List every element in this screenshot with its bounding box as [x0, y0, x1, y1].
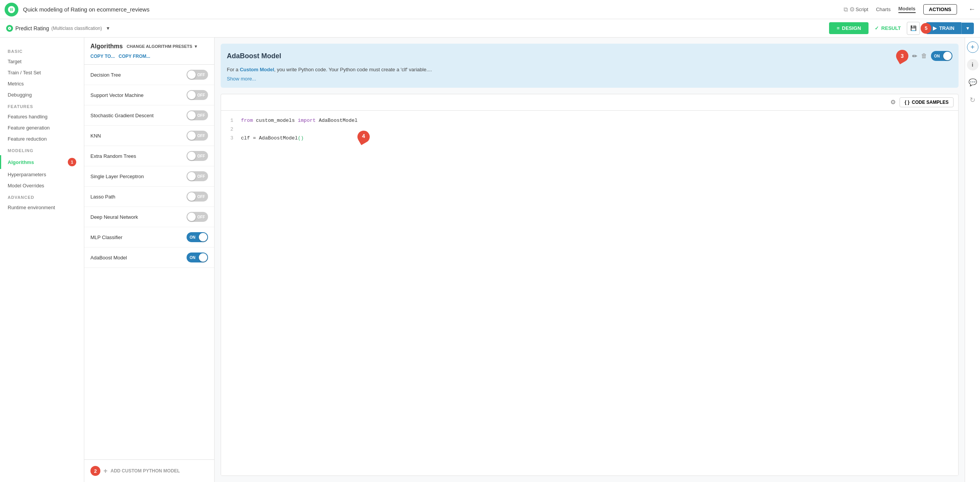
model-card: AdaBoost Model 3 ✏ 🗑 ON For a [221, 44, 959, 88]
line-number: 2 [227, 125, 233, 134]
delete-model-button[interactable]: 🗑 [921, 52, 927, 59]
sidebar-item-metrics[interactable]: Metrics [0, 78, 84, 89]
train-play-icon: ▶ [933, 25, 937, 31]
edit-model-button[interactable]: ✏ [912, 52, 917, 60]
sidebar: BASIC Target Train / Test Set Metrics De… [0, 38, 84, 482]
code-line-1: 1 from custom_models import AdaBoostMode… [227, 116, 952, 125]
toggle-adaboost[interactable]: ON [187, 252, 208, 262]
header-nav: Script Charts Models ACTIONS ← [855, 4, 975, 15]
toggle-dnn[interactable]: OFF [187, 212, 208, 222]
model-card-actions: 3 ✏ 🗑 ON [896, 50, 952, 62]
algorithms-panel: Algorithms CHANGE ALGORITHM PRESETS ▼ CO… [84, 38, 215, 482]
add-custom-label: ADD CUSTOM PYTHON MODEL [111, 468, 180, 474]
classification-badge: (Multiclass classification) [51, 26, 102, 31]
save-button[interactable]: 💾 [907, 22, 920, 35]
badge-2: 2 [90, 466, 100, 476]
algorithm-row-svm: Support Vector Machine OFF [84, 85, 214, 105]
sidebar-item-feature-generation[interactable]: Feature generation [0, 122, 84, 133]
copy-from-button[interactable]: COPY FROM... [119, 54, 150, 59]
toggle-svm[interactable]: OFF [187, 90, 208, 100]
braces-icon: { } [905, 100, 910, 105]
predict-icon [6, 25, 13, 32]
settings-icon[interactable]: ⚙ [849, 5, 855, 14]
sidebar-item-debugging[interactable]: Debugging [0, 89, 84, 100]
algorithm-name: Stochastic Gradient Descent [90, 113, 154, 118]
train-button-group: ▶ TRAIN ▼ [926, 22, 974, 34]
add-custom-python-model-row[interactable]: 2 + ADD CUSTOM PYTHON MODEL [84, 459, 214, 482]
show-more-link[interactable]: Show more... [227, 76, 952, 82]
custom-model-link[interactable]: Custom Model [240, 67, 274, 72]
top-header: Quick modeling of Rating on ecommerce_re… [0, 0, 980, 19]
predict-label: Predict Rating (Multiclass classificatio… [6, 25, 110, 32]
algorithm-name: Decision Tree [90, 72, 121, 78]
algorithm-row-lasso: Lasso Path OFF [84, 187, 214, 207]
result-button[interactable]: ✓ RESULT [875, 25, 901, 31]
code-editor: ⚙ { } CODE SAMPLES 1 from custom_models … [221, 94, 959, 476]
train-dropdown-button[interactable]: ▼ [961, 23, 974, 34]
sync-button[interactable]: ↻ [968, 94, 977, 106]
design-icon: ≡ [837, 25, 840, 31]
algorithm-row-decision-tree: Decision Tree OFF [84, 65, 214, 85]
algorithms-list: Decision Tree OFF Support Vector Machine… [84, 65, 214, 459]
chat-button[interactable]: 💬 [967, 77, 978, 88]
logo-icon[interactable] [5, 3, 18, 16]
add-button[interactable]: + [967, 41, 978, 53]
section-title-modeling: MODELING [0, 144, 84, 155]
copy-to-button[interactable]: COPY TO... [90, 54, 115, 59]
toggle-knn[interactable]: OFF [187, 131, 208, 141]
content-area: Algorithms CHANGE ALGORITHM PRESETS ▼ CO… [84, 38, 980, 482]
algorithm-name: MLP Classifier [90, 234, 123, 240]
algorithm-name: Lasso Path [90, 194, 115, 200]
sidebar-item-model-overrides[interactable]: Model Overrides [0, 180, 84, 191]
sidebar-item-target[interactable]: Target [0, 56, 84, 67]
sidebar-section-basic: BASIC Target Train / Test Set Metrics De… [0, 45, 84, 100]
toggle-ert[interactable]: OFF [187, 151, 208, 161]
sidebar-item-train-test[interactable]: Train / Test Set [0, 67, 84, 78]
section-title-features: FEATURES [0, 100, 84, 111]
model-toggle[interactable]: ON [931, 51, 952, 61]
nav-charts[interactable]: Charts [876, 7, 890, 12]
model-toggle-label: ON [934, 54, 940, 58]
model-card-header: AdaBoost Model 3 ✏ 🗑 ON [227, 50, 952, 62]
toggle-slp[interactable]: OFF [187, 171, 208, 181]
code-area: 1 from custom_models import AdaBoostMode… [221, 111, 958, 476]
toggle-lasso[interactable]: OFF [187, 192, 208, 202]
code-samples-button[interactable]: { } CODE SAMPLES [900, 97, 954, 107]
code-content [241, 125, 244, 134]
predict-text: Predict Rating [15, 25, 49, 31]
algorithm-name: Deep Neural Network [90, 214, 138, 220]
plus-icon: + [103, 467, 108, 475]
code-settings-button[interactable]: ⚙ [890, 98, 896, 106]
badge-3: 3 [894, 48, 911, 64]
change-presets-button[interactable]: CHANGE ALGORITHM PRESETS ▼ [126, 44, 198, 49]
nav-script[interactable]: Script [855, 7, 868, 12]
sidebar-section-features: FEATURES Features handling Feature gener… [0, 100, 84, 144]
algorithm-row-slp: Single Layer Perceptron OFF [84, 166, 214, 187]
algorithms-header: Algorithms CHANGE ALGORITHM PRESETS ▼ CO… [84, 38, 214, 65]
algorithm-row-knn: KNN OFF [84, 126, 214, 146]
sidebar-item-algorithms[interactable]: Algorithms1 [0, 155, 84, 169]
algorithm-name: Support Vector Machine [90, 92, 144, 98]
nav-models[interactable]: Models [898, 6, 916, 13]
sidebar-item-feature-reduction[interactable]: Feature reduction [0, 133, 84, 144]
line-number: 3 [227, 134, 233, 143]
actions-button[interactable]: ACTIONS [923, 4, 957, 15]
code-line-3: 3 clf = AdaBoostModel() 4 [227, 134, 952, 143]
sub-header: Predict Rating (Multiclass classificatio… [0, 19, 980, 38]
toggle-mlp[interactable]: ON [187, 232, 208, 242]
toggle-decision-tree[interactable]: OFF [187, 70, 208, 80]
algorithm-row-dnn: Deep Neural Network OFF [84, 207, 214, 227]
info-button[interactable]: i [967, 59, 978, 70]
sidebar-item-runtime[interactable]: Runtime environment [0, 202, 84, 213]
code-editor-toolbar: ⚙ { } CODE SAMPLES [221, 94, 958, 111]
copy-icon[interactable]: ⧉ [843, 5, 849, 14]
back-button[interactable]: ← [969, 5, 975, 13]
sidebar-item-features-handling[interactable]: Features handling [0, 111, 84, 122]
toggle-sgd[interactable]: OFF [187, 110, 208, 120]
algorithm-row-sgd: Stochastic Gradient Descent OFF [84, 105, 214, 126]
badge-1: 1 [68, 158, 76, 166]
predict-dropdown-arrow[interactable]: ▼ [106, 26, 110, 31]
design-button[interactable]: ≡ DESIGN [829, 22, 869, 34]
sidebar-item-hyperparameters[interactable]: Hyperparameters [0, 169, 84, 180]
model-card-title: AdaBoost Model [227, 52, 892, 60]
